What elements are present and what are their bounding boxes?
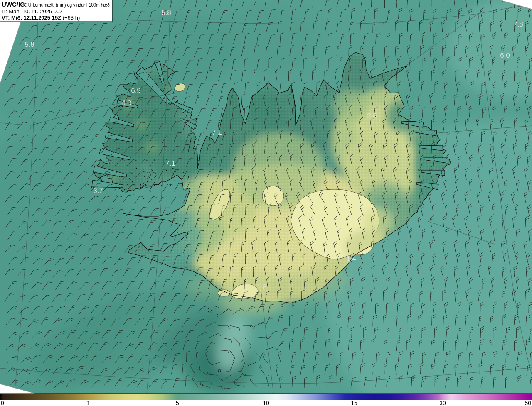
svg-text:7.1: 7.1 — [165, 159, 175, 167]
svg-text:6.9: 6.9 — [131, 87, 141, 95]
svg-text:3.7: 3.7 — [93, 187, 103, 195]
svg-text:30: 30 — [439, 400, 446, 406]
svg-text:0: 0 — [1, 400, 4, 406]
svg-text:10: 10 — [263, 400, 269, 406]
svg-text:5.8: 5.8 — [25, 41, 34, 49]
svg-text:50: 50 — [525, 400, 531, 406]
svg-text:1.4: 1.4 — [346, 255, 356, 263]
svg-text:15: 15 — [351, 400, 357, 406]
svg-text:5.8: 5.8 — [161, 9, 171, 17]
svg-text:1.2: 1.2 — [341, 203, 351, 211]
svg-text:VT: Mið. 12.11.2025 15Z (+63 h: VT: Mið. 12.11.2025 15Z (+63 h) — [2, 15, 80, 21]
svg-text:7.1: 7.1 — [212, 128, 222, 136]
svg-text:2.6: 2.6 — [367, 112, 377, 120]
svg-text:5: 5 — [176, 400, 179, 406]
svg-text:6.0: 6.0 — [500, 51, 510, 59]
svg-text:1: 1 — [87, 400, 90, 406]
svg-text:4.0: 4.0 — [121, 99, 131, 107]
svg-text:IT: Mán. 10. 11. 2025 00Z: IT: Mán. 10. 11. 2025 00Z — [2, 8, 63, 15]
svg-text:1.8: 1.8 — [257, 283, 267, 291]
svg-text:UWC/IG:Úrkomumætti (mm) og vin: UWC/IG:Úrkomumætti (mm) og vindur í 100m… — [2, 1, 110, 8]
svg-text:7.8: 7.8 — [513, 20, 523, 28]
